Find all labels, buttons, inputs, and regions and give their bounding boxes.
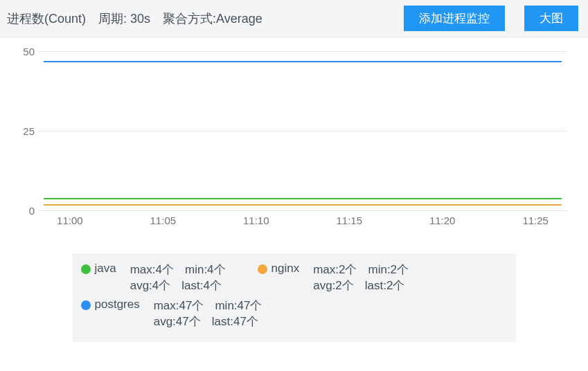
chart-legend: javamax:4个min:4个avg:4个last:4个nginxmax:2个…: [73, 253, 516, 342]
legend-swatch-icon: [81, 300, 91, 310]
legend-series-name: postgres: [95, 298, 140, 311]
legend-series-name: java: [95, 262, 116, 275]
series-line-postgres: [44, 61, 562, 62]
legend-swatch-icon: [81, 264, 91, 274]
legend-entry-nginx[interactable]: nginxmax:2个min:2个avg:2个last:2个: [258, 262, 420, 293]
legend-series-stats: max:2个min:2个avg:2个last:2个: [313, 262, 420, 293]
plot-area: 02550: [38, 51, 567, 210]
period-label: 周期: 30s: [98, 10, 150, 27]
chart-title: 进程数(Count): [7, 10, 86, 27]
add-process-monitor-button[interactable]: 添加进程监控: [404, 6, 505, 31]
chart-area: 02550 11:0011:0511:1011:1511:2011:25: [0, 37, 588, 245]
y-tick-label: 0: [14, 205, 35, 217]
chart-widget: 进程数(Count) 周期: 30s 聚合方式:Average 添加进程监控 大…: [0, 0, 588, 342]
legend-series-stats: max:4个min:4个avg:4个last:4个: [130, 262, 237, 293]
aggregation-label: 聚合方式:Average: [163, 10, 262, 27]
series-line-nginx: [44, 204, 562, 206]
legend-swatch-icon: [258, 264, 267, 274]
enlarge-button[interactable]: 大图: [524, 6, 578, 31]
x-axis: 11:0011:0511:1011:1511:2011:25: [38, 210, 567, 231]
x-tick-label: 11:20: [429, 215, 456, 226]
legend-entry-postgres[interactable]: postgresmax:47个min:47个avg:47个last:47个: [81, 298, 274, 329]
y-tick-label: 50: [14, 46, 35, 57]
x-tick-label: 11:00: [57, 215, 83, 226]
x-tick-label: 11:05: [150, 215, 177, 226]
x-tick-label: 11:25: [522, 215, 549, 226]
legend-series-stats: max:47个min:47个avg:47个last:47个: [154, 298, 274, 329]
series-line-java: [44, 198, 562, 199]
x-tick-label: 11:10: [243, 215, 269, 226]
legend-entry-java[interactable]: javamax:4个min:4个avg:4个last:4个: [81, 262, 237, 293]
widget-header: 进程数(Count) 周期: 30s 聚合方式:Average 添加进程监控 大…: [0, 0, 588, 37]
gridline: [38, 51, 567, 52]
legend-series-name: nginx: [271, 262, 300, 275]
x-tick-label: 11:15: [336, 215, 362, 226]
y-tick-label: 25: [14, 125, 35, 137]
gridline: [38, 131, 567, 132]
